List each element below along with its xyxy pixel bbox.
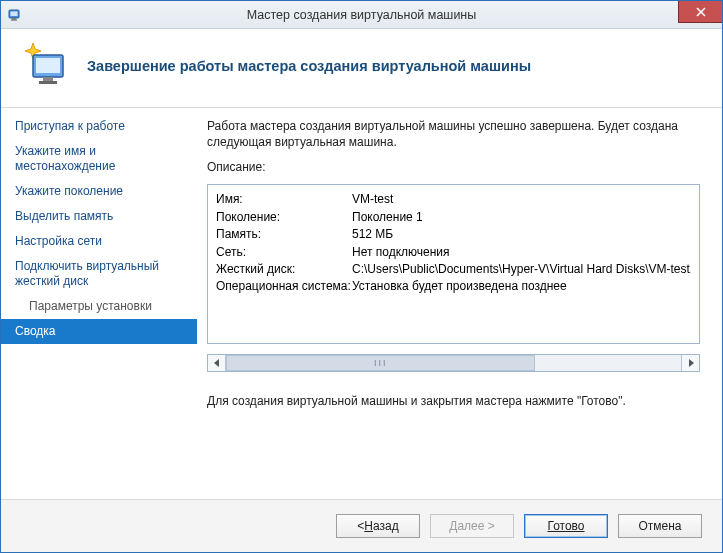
app-icon <box>7 7 23 23</box>
next-button: Далее > <box>430 514 514 538</box>
property-value: 512 МБ <box>352 226 691 243</box>
property-key: Операционная система: <box>216 278 346 295</box>
wizard-header-icon <box>19 39 73 93</box>
svg-marker-12 <box>689 359 694 367</box>
sidebar-step-2[interactable]: Укажите поколение <box>1 179 197 204</box>
finish-hint-text: Для создания виртуальной машины и закрыт… <box>207 394 700 408</box>
back-button-prefix: < <box>357 519 364 533</box>
property-key: Память: <box>216 226 346 243</box>
back-button-mnemonic: Н <box>364 519 373 533</box>
svg-marker-11 <box>214 359 219 367</box>
next-button-suffix: алее > <box>457 519 494 533</box>
finish-button[interactable]: Готово <box>524 514 608 538</box>
cancel-button[interactable]: Отмена <box>618 514 702 538</box>
scroll-track[interactable]: III <box>226 355 681 371</box>
cancel-button-label: Отмена <box>638 519 681 533</box>
sidebar-step-5[interactable]: Подключить виртуальный жесткий диск <box>1 254 197 294</box>
property-row: Жесткий диск:C:\Users\Public\Documents\H… <box>216 261 691 278</box>
window-title: Мастер создания виртуальной машины <box>1 8 722 22</box>
chevron-right-icon <box>687 359 695 367</box>
scroll-right-button[interactable] <box>681 355 699 371</box>
property-row: Сеть:Нет подключения <box>216 244 691 261</box>
sidebar-step-6[interactable]: Параметры установки <box>1 294 197 319</box>
wizard-header-caption: Завершение работы мастера создания вирту… <box>87 58 531 74</box>
svg-rect-1 <box>11 11 18 16</box>
back-button-suffix: азад <box>373 519 399 533</box>
sidebar-step-3[interactable]: Выделить память <box>1 204 197 229</box>
chevron-left-icon <box>213 359 221 367</box>
description-properties: Имя:VM-testПоколение:Поколение 1Память:5… <box>208 185 699 301</box>
summary-intro-text: Работа мастера создания виртуальной маши… <box>207 118 700 150</box>
description-box: Имя:VM-testПоколение:Поколение 1Память:5… <box>207 184 700 344</box>
back-button[interactable]: < Назад <box>336 514 420 538</box>
svg-rect-2 <box>12 18 16 20</box>
property-key: Поколение: <box>216 209 346 226</box>
property-row: Поколение:Поколение 1 <box>216 209 691 226</box>
svg-rect-3 <box>11 19 17 20</box>
description-horizontal-scrollbar[interactable]: III <box>207 354 700 372</box>
sidebar-step-1[interactable]: Укажите имя и местонахождение <box>1 139 197 179</box>
svg-rect-10 <box>39 81 57 84</box>
svg-rect-9 <box>43 77 53 81</box>
wizard-main: Работа мастера создания виртуальной маши… <box>197 108 722 499</box>
wizard-body: Приступая к работеУкажите имя и местонах… <box>1 108 722 499</box>
description-label: Описание: <box>207 160 700 174</box>
next-button-mnemonic: Д <box>449 519 457 533</box>
svg-rect-8 <box>36 58 60 73</box>
property-key: Сеть: <box>216 244 346 261</box>
wizard-window: Мастер создания виртуальной машины Завер… <box>0 0 723 553</box>
property-row: Память:512 МБ <box>216 226 691 243</box>
window-close-button[interactable] <box>678 1 722 23</box>
wizard-steps-sidebar: Приступая к работеУкажите имя и местонах… <box>1 108 197 499</box>
property-row: Операционная система:Установка будет про… <box>216 278 691 295</box>
sidebar-step-0[interactable]: Приступая к работе <box>1 114 197 139</box>
sidebar-step-4[interactable]: Настройка сети <box>1 229 197 254</box>
scroll-thumb[interactable]: III <box>226 355 535 371</box>
property-value: VM-test <box>352 191 691 208</box>
property-value: Нет подключения <box>352 244 691 261</box>
property-key: Имя: <box>216 191 346 208</box>
property-value: Поколение 1 <box>352 209 691 226</box>
property-value: Установка будет произведена позднее <box>352 278 691 295</box>
wizard-footer: < Назад Далее > Готово Отмена <box>1 499 722 552</box>
sidebar-step-7[interactable]: Сводка <box>1 319 197 344</box>
property-row: Имя:VM-test <box>216 191 691 208</box>
titlebar: Мастер создания виртуальной машины <box>1 1 722 29</box>
scroll-left-button[interactable] <box>208 355 226 371</box>
wizard-header: Завершение работы мастера создания вирту… <box>1 29 722 108</box>
close-icon <box>696 7 706 17</box>
property-key: Жесткий диск: <box>216 261 346 278</box>
property-value: C:\Users\Public\Documents\Hyper-V\Virtua… <box>352 261 691 278</box>
finish-button-mnemonic: Готово <box>547 519 584 533</box>
